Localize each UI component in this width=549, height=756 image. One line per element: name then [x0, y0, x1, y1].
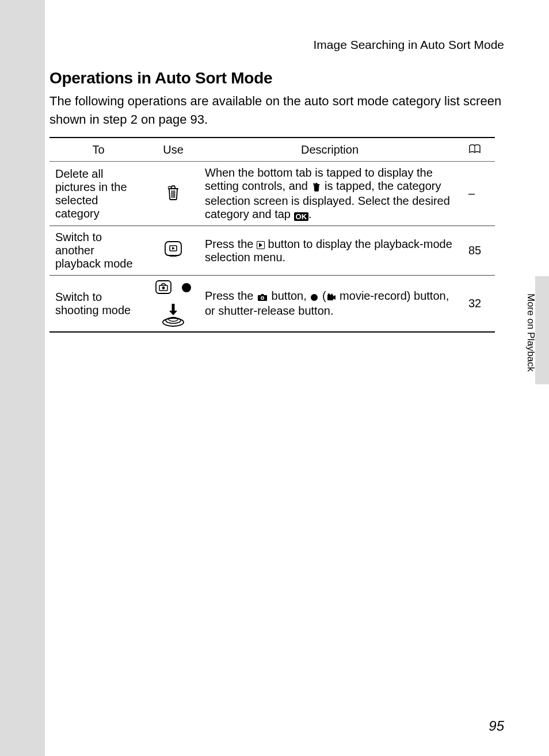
cell-description: Press the button, ( movie-record) button… [199, 276, 460, 333]
svg-point-9 [182, 283, 191, 292]
svg-point-16 [311, 294, 318, 301]
cell-to: Switch to shooting mode [49, 276, 147, 333]
cell-to: Delete all pictures in the selected cate… [49, 162, 147, 226]
side-tab [535, 276, 549, 384]
breadcrumb: Image Searching in Auto Sort Mode [49, 38, 504, 52]
table-row: Switch to shooting mode [49, 276, 495, 333]
intro-text: The following operations are available o… [49, 92, 504, 129]
camera-icon [257, 291, 268, 304]
cell-use [147, 276, 199, 333]
record-dot-icon [181, 282, 192, 296]
svg-point-8 [162, 287, 165, 289]
page-number: 95 [489, 718, 504, 734]
record-dot-icon [310, 291, 318, 304]
cell-description: Press the button to display the playback… [199, 226, 460, 276]
cell-use [147, 226, 199, 276]
shutter-press-icon [160, 303, 186, 328]
cell-reference: 32 [460, 276, 495, 333]
th-use: Use [147, 138, 199, 162]
playback-button-icon [163, 240, 183, 261]
cell-description: When the bottom tab is tapped to display… [199, 162, 460, 226]
svg-rect-17 [327, 295, 333, 300]
th-reference [460, 138, 495, 162]
cell-reference: – [460, 162, 495, 226]
cell-use [147, 162, 199, 226]
side-section-label: More on Playback [525, 293, 536, 385]
section-title: Operations in Auto Sort Mode [49, 69, 272, 87]
operations-table: To Use Description Delete all pictures i… [49, 137, 495, 333]
desc-text: Press the [205, 238, 257, 250]
desc-text: . [308, 208, 312, 220]
desc-text: ( [319, 289, 326, 302]
cell-to: Switch to another playback mode [49, 226, 147, 276]
th-description: Description [199, 138, 460, 162]
cell-reference: 85 [460, 226, 495, 276]
ok-icon: OK [294, 212, 309, 221]
desc-text: Press the [205, 289, 257, 302]
th-to: To [49, 138, 147, 162]
movie-icon [327, 291, 336, 304]
trash-icon [166, 184, 181, 203]
table-row: Delete all pictures in the selected cate… [49, 162, 495, 226]
camera-button-icon [154, 279, 173, 299]
play-icon [257, 241, 265, 249]
table-row: Switch to another playback mode Press th… [49, 226, 495, 276]
svg-point-15 [261, 297, 263, 299]
desc-text: button, [268, 289, 310, 302]
book-icon [468, 143, 481, 156]
trash-icon [312, 181, 321, 194]
